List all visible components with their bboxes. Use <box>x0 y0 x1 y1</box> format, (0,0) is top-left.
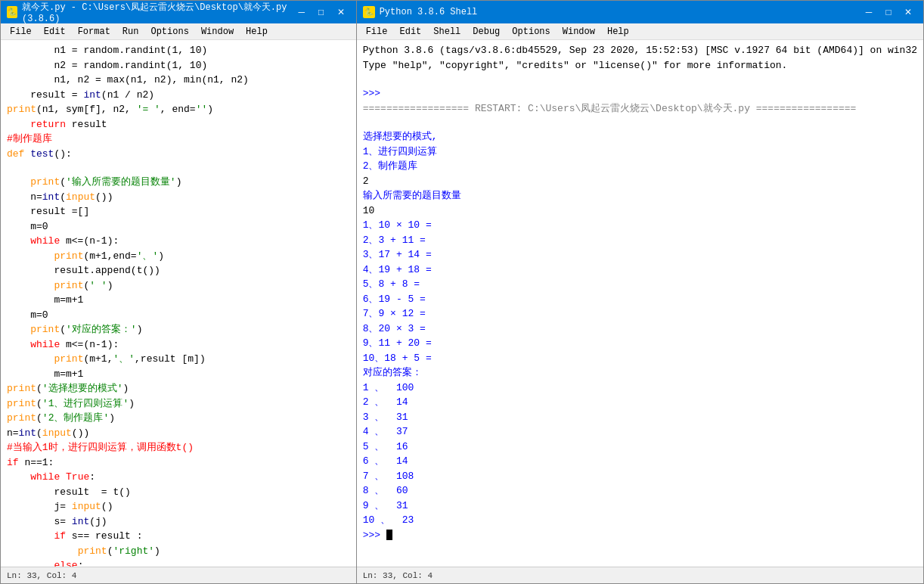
code-line <box>1 161 356 175</box>
shell-line-count-val: 10 <box>363 203 917 219</box>
shell-line-q4: 4、19 + 18 = <box>363 262 917 278</box>
editor-status-text: Ln: 33, Col: 4 <box>7 571 76 580</box>
editor-menu-bar: File Edit Format Run Options Window Help <box>1 23 356 40</box>
shell-line-opt1: 1、进行四则运算 <box>363 144 917 160</box>
code-line: n=int(input()) <box>1 426 356 441</box>
code-line: j= input() <box>1 499 356 514</box>
shell-line-q9: 9、11 + 20 = <box>363 336 917 351</box>
shell-line-restart: ================== RESTART: C:\Users\凤起云… <box>363 101 917 116</box>
editor-window: 🐍 就今天.py - C:\Users\凤起云雷火烧云\Desktop\就今天.… <box>0 0 357 584</box>
shell-cursor <box>386 530 392 540</box>
code-line: print(m+1,end='、') <box>1 249 356 264</box>
shell-line-a2: 2 、 14 <box>363 395 917 410</box>
code-line: def test(): <box>1 147 356 162</box>
code-line: print(n1, sym[f], n2, '= ', end='') <box>1 102 356 117</box>
code-line: print('right') <box>1 544 356 559</box>
editor-menu-options[interactable]: Options <box>144 25 194 39</box>
code-line: #制作题库 <box>1 132 356 147</box>
code-line: while m<=(n-1): <box>1 337 356 353</box>
shell-line-a7: 7 、 108 <box>363 469 917 484</box>
shell-line-a4: 4 、 37 <box>363 424 917 440</box>
shell-menu-help[interactable]: Help <box>601 25 635 39</box>
shell-line-a8: 8 、 60 <box>363 483 917 499</box>
shell-controls: ─ □ ✕ <box>860 5 917 20</box>
shell-line-help: Type "help", "copyright", "credits" or "… <box>363 58 917 73</box>
code-line: #当输入1时，进行四则运算，调用函数t() <box>1 440 356 455</box>
shell-line-empty2 <box>363 116 917 129</box>
shell-close-btn[interactable]: ✕ <box>899 5 917 20</box>
code-line: result =[] <box>1 204 356 219</box>
shell-line-q6: 6、19 - 5 = <box>363 292 917 307</box>
shell-line-a9: 9 、 31 <box>363 499 917 514</box>
shell-titlebar: 🐍 Python 3.8.6 Shell ─ □ ✕ <box>357 1 923 23</box>
shell-prompt-final: >>> <box>363 528 917 543</box>
shell-title-left: 🐍 Python 3.8.6 Shell <box>363 6 478 18</box>
shell-line-q1: 1、10 × 10 = <box>363 218 917 233</box>
editor-menu-file[interactable]: File <box>4 25 38 39</box>
editor-icon: 🐍 <box>7 6 17 18</box>
shell-line-q7: 7、9 × 12 = <box>363 306 917 322</box>
code-line: n=int(input()) <box>1 190 356 205</box>
code-line: print('选择想要的模式') <box>1 381 356 396</box>
shell-line-empty1 <box>363 73 917 86</box>
editor-titlebar: 🐍 就今天.py - C:\Users\凤起云雷火烧云\Desktop\就今天.… <box>1 1 356 23</box>
code-line: result = int(n1 / n2) <box>1 88 356 103</box>
code-line: n1, n2 = max(n1, n2), min(n1, n2) <box>1 73 356 88</box>
code-line: if s== result : <box>1 529 356 544</box>
shell-line-q2: 2、3 + 11 = <box>363 233 917 248</box>
editor-menu-edit[interactable]: Edit <box>38 25 72 39</box>
code-line: else: <box>1 558 356 567</box>
code-line: n1 = random.randint(1, 10) <box>1 43 356 58</box>
shell-icon: 🐍 <box>363 6 375 18</box>
shell-window: 🐍 Python 3.8.6 Shell ─ □ ✕ File Edit She… <box>357 0 924 584</box>
code-line: n2 = random.randint(1, 10) <box>1 58 356 73</box>
shell-line-choose: 选择想要的模式, <box>363 129 917 144</box>
editor-menu-run[interactable]: Run <box>116 25 145 39</box>
editor-minimize-btn[interactable]: ─ <box>293 5 311 20</box>
shell-maximize-btn[interactable]: □ <box>879 5 898 20</box>
shell-minimize-btn[interactable]: ─ <box>860 5 878 20</box>
code-line: print('对应的答案：') <box>1 322 356 337</box>
shell-line-a10: 10 、 23 <box>363 513 917 528</box>
shell-line-a6: 6 、 14 <box>363 454 917 469</box>
shell-line-q10: 10、18 + 5 = <box>363 351 917 366</box>
shell-title-text: Python 3.8.6 Shell <box>380 7 478 17</box>
editor-title-left: 🐍 就今天.py - C:\Users\凤起云雷火烧云\Desktop\就今天.… <box>7 1 293 24</box>
code-line: print('输入所需要的题目数量') <box>1 175 356 190</box>
code-line: print(' ') <box>1 278 356 294</box>
shell-status-bar: Ln: 33, Col: 4 <box>357 567 923 583</box>
code-line: print(m+1,'、',result [m]) <box>1 352 356 367</box>
shell-line-q5: 5、8 + 8 = <box>363 277 917 292</box>
code-editor[interactable]: n1 = random.randint(1, 10) n2 = random.r… <box>1 40 356 567</box>
code-line: m=m+1 <box>1 367 356 382</box>
shell-line-opt2: 2、制作题库 <box>363 159 917 174</box>
shell-menu-shell[interactable]: Shell <box>427 25 467 39</box>
shell-prompt1: >>> <box>363 86 917 101</box>
editor-menu-help[interactable]: Help <box>240 25 274 39</box>
code-line: m=0 <box>1 308 356 323</box>
code-line: result = t() <box>1 485 356 500</box>
shell-status-text: Ln: 33, Col: 4 <box>363 571 433 580</box>
editor-close-btn[interactable]: ✕ <box>332 5 350 20</box>
shell-menu-window[interactable]: Window <box>557 25 601 39</box>
code-line: if n==1: <box>1 455 356 471</box>
shell-line-a5: 5 、 16 <box>363 440 917 455</box>
code-line: return result <box>1 117 356 132</box>
shell-menu-debug[interactable]: Debug <box>467 25 506 39</box>
code-line: m=0 <box>1 219 356 235</box>
editor-menu-format[interactable]: Format <box>72 25 116 39</box>
shell-menu-edit[interactable]: Edit <box>393 25 427 39</box>
code-line: while True: <box>1 470 356 485</box>
shell-menu-file[interactable]: File <box>360 25 394 39</box>
editor-maximize-btn[interactable]: □ <box>312 5 330 20</box>
shell-line-prompt-count: 输入所需要的题目数量 <box>363 188 917 203</box>
shell-output[interactable]: Python 3.8.6 (tags/v3.8.6:db45529, Sep 2… <box>357 40 923 567</box>
shell-line-a3: 3 、 31 <box>363 410 917 425</box>
shell-menu-options[interactable]: Options <box>506 25 556 39</box>
editor-menu-window[interactable]: Window <box>195 25 240 39</box>
code-line: print('1、进行四则运算') <box>1 396 356 412</box>
code-line: result.append(t()) <box>1 263 356 278</box>
shell-line-a1: 1 、 100 <box>363 381 917 396</box>
editor-controls: ─ □ ✕ <box>293 5 350 20</box>
shell-menu-bar: File Edit Shell Debug Options Window Hel… <box>357 23 923 40</box>
